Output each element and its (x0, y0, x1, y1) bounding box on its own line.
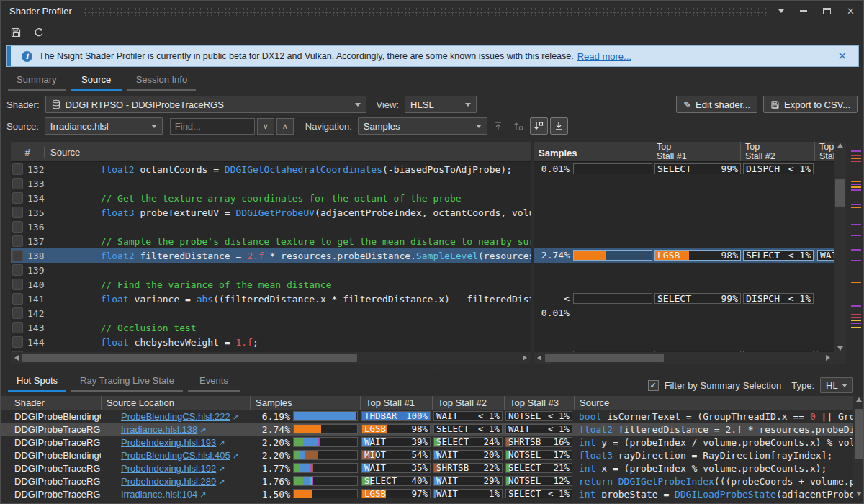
ruler-mark[interactable] (851, 155, 861, 156)
close-icon[interactable]: ✕ (847, 6, 855, 16)
ruler-mark[interactable] (851, 181, 861, 182)
code-line[interactable]: 144 float chebyshevWeight = 1.f; (11, 335, 531, 349)
gutter-marker[interactable] (12, 207, 23, 218)
ruler-mark[interactable] (851, 282, 861, 283)
code-line[interactable]: 142 (11, 306, 531, 320)
find-input[interactable] (170, 118, 255, 135)
ruler-mark[interactable] (851, 158, 861, 159)
gutter-marker[interactable] (12, 307, 23, 319)
gutter-marker[interactable] (12, 322, 23, 333)
top-stall2-column-header[interactable]: Top Stall #2 (745, 143, 775, 161)
table-row[interactable]: DDGIProbeTraceRGSIrradiance.hlsl:104↗1.5… (1, 487, 853, 498)
top-stall1-column-header[interactable]: Top Stall #1 (657, 143, 687, 161)
code-line[interactable]: 132 float2 octantCoords = DDGIGetOctahed… (11, 162, 531, 176)
ruler-mark[interactable] (851, 186, 861, 188)
gutter-marker[interactable] (12, 250, 23, 261)
scrollbar-thumb[interactable] (545, 354, 664, 362)
gutter-marker[interactable] (12, 163, 23, 175)
gutter-marker[interactable] (12, 192, 23, 204)
export-csv-button[interactable]: Export to CSV... (763, 96, 858, 113)
source-link[interactable]: Irradiance.hlsl:138 (121, 424, 197, 435)
annotation-ruler[interactable] (847, 142, 864, 364)
samples-row[interactable] (534, 263, 834, 277)
panel-splitter[interactable]: ······· (1, 364, 863, 374)
scrollbar-thumb[interactable] (835, 179, 845, 207)
samples-row[interactable]: < 0.01%SELECT99%DISPCH< 1% (534, 292, 834, 306)
gutter-marker[interactable] (12, 293, 23, 305)
samples-row[interactable] (534, 320, 834, 335)
ruler-mark[interactable] (851, 314, 861, 315)
source-link[interactable]: ProbeIndexing.hlsl:289 (121, 476, 216, 487)
column-header[interactable]: Source Location (101, 396, 250, 410)
gutter-marker[interactable] (12, 336, 23, 348)
table-row[interactable]: DDGIProbeTraceRGSProbeIndexing.hlsl:289↗… (1, 474, 853, 487)
table-row[interactable]: DDGIProbeBlendingCSProbeBlendingCS.hlsl:… (1, 410, 853, 423)
ruler-mark[interactable] (851, 184, 861, 185)
source-file-dropdown[interactable]: Irradiance.hlsl (45, 117, 163, 135)
samples-row[interactable] (534, 335, 834, 349)
samples-row[interactable] (534, 191, 834, 205)
save-icon[interactable] (8, 24, 24, 40)
ruler-mark[interactable] (851, 161, 861, 162)
top-stall3-column-header[interactable]: Top Stal (819, 143, 834, 161)
banner-close-icon[interactable]: ✕ (837, 50, 847, 63)
next-sample-button[interactable] (530, 117, 548, 135)
ruler-mark[interactable] (851, 323, 861, 324)
gutter-marker[interactable] (12, 178, 23, 189)
maximize-icon[interactable] (823, 8, 831, 14)
find-next-button[interactable]: ∨ (257, 118, 274, 135)
column-header[interactable]: Top Stall #2 (432, 396, 504, 410)
table-row[interactable]: DDGIProbeTraceRGSProbeIndexing.hlsl:192↗… (1, 462, 853, 474)
scroll-up-icon[interactable] (853, 397, 864, 402)
source-link[interactable]: ProbeBlendingCS.hlsl:405 (121, 450, 230, 461)
source-link[interactable]: Irradiance.hlsl:104 (121, 489, 197, 498)
source-link[interactable]: ProbeBlendingCS.hlsl:222 (121, 411, 230, 422)
ruler-mark[interactable] (851, 235, 861, 236)
ruler-mark[interactable] (851, 327, 861, 328)
column-header[interactable]: Source (574, 396, 853, 410)
line-number-column-header[interactable]: # (11, 147, 44, 158)
filter-checkbox[interactable]: ✓ (648, 380, 659, 391)
ruler-mark[interactable] (851, 150, 861, 152)
column-header[interactable]: Top Stall #1 (360, 396, 432, 410)
ruler-mark[interactable] (851, 224, 861, 225)
scroll-left-icon[interactable] (534, 352, 545, 364)
code-line[interactable]: 143 // Occlusion test (11, 320, 531, 335)
tab-session-info[interactable]: Session Info (127, 73, 197, 91)
view-dropdown[interactable]: HLSL (405, 96, 477, 113)
scroll-right-icon[interactable] (519, 352, 531, 364)
source-column-header[interactable]: Source (44, 147, 531, 158)
tab-events[interactable]: Events (188, 374, 240, 392)
code-horizontal-scrollbar[interactable] (11, 352, 531, 364)
gutter-marker[interactable] (12, 264, 23, 276)
samples-row[interactable] (534, 205, 834, 220)
scroll-up-icon[interactable] (834, 143, 846, 148)
ruler-mark[interactable] (851, 305, 861, 307)
jump-to-top-button[interactable] (490, 117, 508, 135)
scroll-right-icon[interactable] (822, 352, 834, 364)
column-header[interactable]: Samples (250, 396, 360, 410)
ruler-mark[interactable] (851, 207, 861, 208)
samples-row[interactable] (534, 220, 834, 234)
scroll-down-icon[interactable] (853, 492, 864, 496)
samples-column-header[interactable]: Samples (539, 148, 577, 158)
ruler-mark[interactable] (851, 204, 861, 205)
samples-row[interactable] (534, 234, 834, 248)
gutter-marker[interactable] (12, 235, 23, 247)
find-prev-button[interactable]: ∧ (276, 118, 294, 135)
type-dropdown[interactable]: HL (820, 377, 853, 393)
tab-source[interactable]: Source (71, 73, 122, 91)
table-row[interactable]: DDGIProbeTraceRGSProbeIndexing.hlsl:193↗… (1, 436, 853, 449)
scrollbar-thumb[interactable] (855, 409, 863, 459)
samples-row[interactable]: 0.01%SELECT99%DISPCH< 1% (534, 162, 834, 176)
minimize-icon[interactable] (800, 10, 807, 12)
samples-row[interactable] (534, 277, 834, 292)
refresh-icon[interactable] (31, 24, 47, 40)
samples-row[interactable]: 2.74%LGSB98%SELECT< 1%WAIT (534, 248, 834, 263)
code-line[interactable]: 133 (11, 176, 531, 191)
tab-ray-tracing-live-state[interactable]: Ray Tracing Live State (71, 374, 183, 392)
code-line[interactable]: 135 float3 probeTextureUV = DDGIGetProbe… (11, 205, 531, 220)
read-more-link[interactable]: Read more... (577, 51, 631, 62)
scroll-down-icon[interactable] (834, 346, 846, 351)
source-link[interactable]: ProbeIndexing.hlsl:193 (121, 437, 216, 448)
